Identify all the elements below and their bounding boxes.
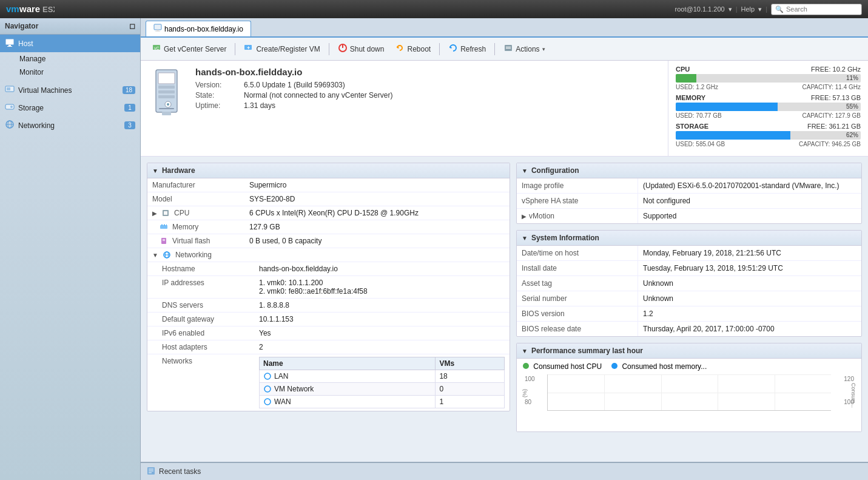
svg-rect-35: [164, 211, 167, 215]
svg-text:ware: ware: [19, 4, 40, 14]
vmware-logo: vm ware ESXi·: [6, 2, 55, 17]
cpu-bar-fill: [676, 74, 696, 83]
help-button[interactable]: Help: [741, 5, 755, 13]
svg-rect-3: [5, 39, 14, 45]
cpu-resource-row: CPU FREE: 10.2 GHz 11% USED: 1.2 GHz CAP…: [676, 66, 861, 90]
search-input[interactable]: [786, 5, 853, 13]
memory-footer: USED: 70.77 GB CAPACITY: 127.9 GB: [676, 112, 861, 119]
cpu-percent: 11%: [846, 74, 858, 83]
recent-tasks-label[interactable]: Recent tasks: [159, 467, 201, 476]
performance-header[interactable]: ▼ Performance summary last hour: [517, 343, 861, 359]
user-display[interactable]: root@10.1.1.200: [675, 5, 725, 13]
memory-hw-label: Memory: [152, 223, 249, 231]
ip-row: IP addresses 1. vmk0: 10.1.1.200 2. vmk0…: [147, 276, 510, 299]
serial-row: Serial number Unknown: [517, 291, 861, 306]
grid-v3: [718, 374, 718, 410]
vms-label: Virtual Machines: [18, 86, 72, 95]
navigator-title: Navigator: [5, 22, 38, 30]
gateway-value: 10.1.1.153: [259, 315, 505, 323]
host-adapters-row: Host adapters 2: [147, 340, 510, 354]
ip-value: 1. vmk0: 10.1.1.200 2. vmk0: fe80::ae1f:…: [259, 279, 505, 296]
memory-bar-bg: 55%: [676, 103, 861, 111]
topbar-sep2: |: [765, 5, 767, 13]
actions-button[interactable]: Actions ▾: [499, 41, 550, 57]
storage-used: USED: 585.04 GB: [676, 141, 725, 147]
configuration-header[interactable]: ▼ Configuration: [517, 163, 861, 178]
sidebar-item-manage[interactable]: Manage: [0, 52, 140, 66]
manufacturer-value: Supermicro: [249, 181, 505, 189]
performance-section: ▼ Performance summary last hour Consumed…: [516, 343, 862, 432]
help-dropdown-icon[interactable]: ▾: [758, 5, 762, 13]
get-vcenter-button[interactable]: vC Get vCenter Server: [147, 41, 231, 57]
svg-text:+: +: [247, 45, 250, 51]
serial-value: Unknown: [638, 291, 861, 306]
system-info-header[interactable]: ▼ System Information: [517, 231, 861, 246]
storage-percent: 62%: [846, 131, 858, 140]
dns-label: DNS servers: [162, 301, 259, 309]
network-row: LAN18: [260, 370, 505, 383]
ip-value1: 1. vmk0: 10.1.1.200: [259, 279, 505, 287]
navigator-collapse-icon[interactable]: ◻: [129, 22, 135, 30]
navigator-header: Navigator ◻: [0, 18, 140, 35]
host-version-row: Version: 6.5.0 Update 1 (Build 5969303): [195, 81, 662, 89]
perf-label: Performance summary last hour: [531, 346, 643, 355]
storage-capacity: CAPACITY: 946.25 GB: [799, 141, 861, 147]
hardware-section: ▼ Hardware Manufacturer Supermicro Model…: [147, 163, 510, 411]
network-name: LAN: [260, 370, 436, 383]
search-box[interactable]: 🔍: [771, 4, 862, 15]
network-row: VM Network0: [260, 383, 505, 396]
cpu-expand-icon[interactable]: ▶: [152, 210, 157, 217]
datetime-row: Date/time on host Monday, February 19, 2…: [517, 246, 861, 261]
sidebar-item-monitor[interactable]: Monitor: [0, 66, 140, 79]
tab-bar: hands-on-box.fieldday.io: [141, 18, 868, 38]
manufacturer-row: Manufacturer Supermicro: [147, 178, 510, 192]
vmotion-expand-icon[interactable]: ▶: [522, 213, 527, 220]
cpu-capacity: CAPACITY: 11.4 GHz: [802, 84, 861, 90]
search-icon: 🔍: [775, 5, 784, 13]
virtual-flash-label: Virtual flash: [152, 237, 249, 245]
cpu-label: CPU: [676, 66, 690, 73]
reboot-button[interactable]: Reboot: [390, 41, 436, 57]
host-uptime-row: Uptime: 1.31 days: [195, 101, 662, 110]
manage-label: Manage: [19, 55, 45, 63]
dns-value: 1. 8.8.8.8: [259, 301, 505, 309]
image-profile-row: Image profile (Updated) ESXi-6.5.0-20170…: [517, 178, 861, 194]
svg-point-9: [10, 106, 13, 108]
host-adapters-value: 2: [259, 343, 505, 351]
vmotion-label: ▶ vMotion: [517, 209, 638, 223]
hostname-value: hands-on-box.fieldday.io: [259, 265, 505, 273]
configuration-body: Image profile (Updated) ESXi-6.5.0-20170…: [517, 178, 861, 223]
networking-hw-row: ▼ Networking: [147, 248, 510, 262]
grid-line-mid: [548, 393, 831, 393]
y-label-80: 80: [525, 399, 531, 405]
right-panel: ▼ Configuration Image profile (Updated) …: [516, 163, 862, 456]
network-name: VM Network: [260, 383, 436, 396]
sidebar-item-host[interactable]: Host: [0, 35, 140, 52]
sysinfo-chevron: ▼: [522, 235, 528, 242]
sidebar-item-vms[interactable]: Virtual Machines 18: [0, 81, 140, 99]
sidebar-item-networking[interactable]: Networking 3: [0, 117, 140, 134]
user-dropdown-icon[interactable]: ▾: [728, 5, 732, 13]
sidebar-item-storage[interactable]: Storage 1: [0, 99, 140, 117]
create-register-vm-button[interactable]: + Create/Register VM: [239, 41, 325, 57]
storage-label: Storage: [18, 104, 44, 112]
content-area: hands-on-box.fieldday.io vC Get vCenter …: [141, 18, 868, 480]
install-label: Install date: [517, 261, 638, 275]
host-tab[interactable]: hands-on-box.fieldday.io: [146, 21, 251, 36]
refresh-button[interactable]: Refresh: [443, 41, 491, 57]
network-vms: 1: [436, 396, 505, 408]
sidebar-host-label: Host: [18, 39, 33, 48]
svg-rect-42: [163, 240, 165, 241]
hardware-header[interactable]: ▼ Hardware: [147, 163, 510, 178]
memory-capacity: CAPACITY: 127.9 GB: [802, 112, 861, 119]
shutdown-label: Shut down: [350, 45, 385, 53]
memory-resource-row: MEMORY FREE: 57.13 GB 55% USED: 70.77 GB…: [676, 94, 861, 119]
svg-rect-33: [162, 112, 171, 115]
resource-panel: CPU FREE: 10.2 GHz 11% USED: 1.2 GHz CAP…: [668, 61, 868, 156]
networking-expand-icon[interactable]: ▼: [152, 252, 158, 259]
shutdown-button[interactable]: Shut down: [333, 41, 389, 57]
system-info-body: Date/time on host Monday, February 19, 2…: [517, 246, 861, 336]
install-date-row: Install date Tuesday, February 13, 2018,…: [517, 261, 861, 276]
memory-hw-value: 127.9 GB: [249, 223, 505, 231]
ip-label: IP addresses: [162, 279, 259, 296]
